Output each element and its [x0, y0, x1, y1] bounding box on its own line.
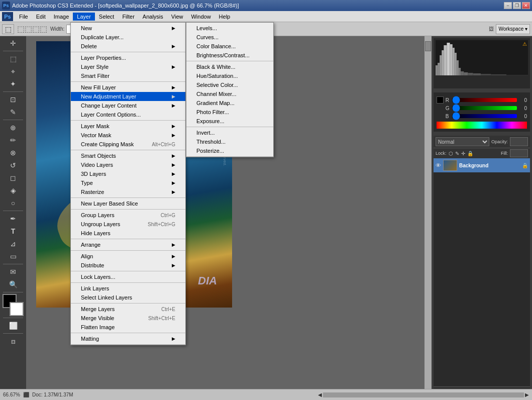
menu-edit[interactable]: Edit [32, 13, 50, 21]
menu-select[interactable]: Select [95, 13, 119, 21]
layer-menu-merge-visible[interactable]: Merge VisibleShift+Ctrl+E [71, 314, 185, 323]
layer-menu-style[interactable]: Layer Style▶ [71, 62, 185, 71]
menu-file[interactable]: File [15, 13, 32, 21]
eraser-tool[interactable]: ◻ [2, 172, 25, 184]
brush-tool[interactable]: ✏ [2, 134, 25, 146]
layer-visibility-icon[interactable]: 👁 [436, 162, 441, 168]
zoom-tool[interactable]: 🔍 [2, 278, 25, 290]
layer-menu-merge-layers[interactable]: Merge LayersCtrl+E [71, 305, 185, 314]
move-tool[interactable]: ✛ [2, 37, 25, 49]
adj-curves[interactable]: Curves... [186, 33, 273, 42]
layer-menu-properties[interactable]: Layer Properties... [71, 53, 185, 62]
adj-posterize[interactable]: Posterize... [186, 146, 273, 155]
histogram-warning-icon[interactable]: ⚠ [522, 41, 527, 47]
layer-menu-change-content[interactable]: Change Layer Content▶ [71, 101, 185, 110]
lock-transparent-icon[interactable]: ⬡ [449, 151, 453, 156]
lock-all-icon[interactable]: 🔒 [467, 151, 473, 156]
crop-tool[interactable]: ⊡ [2, 93, 25, 106]
layer-menu-ungroup[interactable]: Ungroup LayersShift+Ctrl+G [71, 220, 185, 229]
workspace-button[interactable]: Workspace ▾ [496, 24, 530, 34]
layer-menu-hide[interactable]: Hide Layers [71, 229, 185, 238]
adj-photo-filter[interactable]: Photo Filter... [186, 108, 273, 117]
layer-menu-smart-filter[interactable]: Smart Filter [71, 71, 185, 80]
opacity-input[interactable]: 100% [510, 137, 528, 146]
adj-gradient-map[interactable]: Gradient Map... [186, 98, 273, 108]
menu-view[interactable]: View [167, 13, 187, 21]
adj-threshold[interactable]: Threshold... [186, 137, 273, 146]
layer-menu-fill-layer[interactable]: New Fill Layer▶ [71, 83, 185, 92]
screen-mode-button[interactable]: ⧈ [2, 335, 25, 347]
layer-menu-type[interactable]: Type▶ [71, 178, 185, 187]
layer-menu-content-options[interactable]: Layer Content Options... [71, 110, 185, 119]
layer-menu-delete[interactable]: Delete▶ [71, 42, 185, 51]
menu-window[interactable]: Window [187, 13, 215, 21]
menu-filter[interactable]: Filter [118, 13, 138, 21]
layer-menu-video-layers[interactable]: Video Layers▶ [71, 160, 185, 169]
close-button[interactable]: ✕ [522, 2, 530, 9]
marquee-tool-option[interactable]: ⬚ [2, 24, 14, 34]
restore-button[interactable]: ❐ [513, 2, 521, 9]
color-selector[interactable] [2, 294, 25, 316]
adj-levels[interactable]: Levels... [186, 24, 273, 33]
path-tool[interactable]: ⊿ [2, 238, 25, 250]
scroll-right-icon[interactable]: ▶ [525, 392, 529, 397]
background-layer-row[interactable]: 👁 Background 🔒 [434, 158, 530, 172]
adj-brightness[interactable]: Brightness/Contrast... [186, 51, 273, 60]
status-scrollbar[interactable] [323, 392, 524, 397]
blend-mode-select[interactable]: Normal [436, 137, 489, 146]
layer-menu-slice[interactable]: New Layer Based Slice [71, 199, 185, 208]
dodge-tool[interactable]: ○ [2, 197, 25, 209]
lock-paint-icon[interactable]: ✎ [455, 151, 459, 156]
layer-menu-layer-mask[interactable]: Layer Mask▶ [71, 122, 185, 131]
layer-menu-select-linked[interactable]: Select Linked Layers [71, 293, 185, 302]
background-color[interactable] [10, 302, 24, 316]
pen-tool[interactable]: ✒ [2, 213, 25, 225]
lock-move-icon[interactable]: ✛ [461, 151, 465, 156]
b-slider[interactable] [452, 114, 517, 118]
color-swatch[interactable] [437, 96, 444, 104]
menu-help[interactable]: Help [215, 13, 235, 21]
magic-wand-tool[interactable]: ✦ [2, 78, 25, 90]
layer-menu-duplicate[interactable]: Duplicate Layer... [71, 33, 185, 42]
layer-menu-arrange[interactable]: Arrange▶ [71, 240, 185, 249]
menu-analysis[interactable]: Analysis [139, 13, 167, 21]
gradient-tool[interactable]: ◈ [2, 184, 25, 196]
layer-menu-flatten[interactable]: Flatten Image [71, 323, 185, 332]
layer-menu-align[interactable]: Align▶ [71, 252, 185, 261]
layer-menu-matting[interactable]: Matting▶ [71, 334, 185, 343]
shape-tool[interactable]: ▭ [2, 250, 25, 262]
layer-menu-group[interactable]: Group LayersCtrl+G [71, 211, 185, 220]
stamp-tool[interactable]: ⊗ [2, 147, 25, 159]
adj-channel-mixer[interactable]: Channel Mixer... [186, 89, 273, 98]
layer-menu-clipping-mask[interactable]: Create Clipping MaskAlt+Ctrl+G [71, 140, 185, 149]
marquee-tool[interactable]: ⬚ [2, 53, 25, 65]
vertical-scrollbar[interactable] [424, 36, 432, 400]
layer-menu-vector-mask[interactable]: Vector Mask▶ [71, 131, 185, 140]
quick-mask-button[interactable]: ⬜ [2, 320, 25, 332]
adj-color-balance[interactable]: Color Balance... [186, 42, 273, 51]
layer-menu-3d-layers[interactable]: 3D Layers▶ [71, 169, 185, 178]
adj-hue-saturation[interactable]: Hue/Saturation... [186, 71, 273, 80]
history-tool[interactable]: ↺ [2, 159, 25, 171]
scroll-left-icon[interactable]: ◀ [318, 392, 322, 397]
layer-menu-distribute[interactable]: Distribute▶ [71, 261, 185, 270]
adj-black-white[interactable]: Black & White... [186, 62, 273, 71]
lasso-tool[interactable]: ⌖ [2, 65, 25, 77]
eyedropper-tool[interactable]: ✎ [2, 106, 25, 118]
adj-exposure[interactable]: Exposure... [186, 117, 273, 126]
menu-layer[interactable]: Layer [73, 13, 95, 21]
minimize-button[interactable]: − [504, 2, 512, 9]
notes-tool[interactable]: ✉ [2, 266, 25, 278]
r-slider[interactable] [452, 98, 517, 102]
healing-tool[interactable]: ⊕ [2, 122, 25, 134]
layer-menu-link[interactable]: Link Layers [71, 284, 185, 293]
layer-menu-rasterize[interactable]: Rasterize▶ [71, 187, 185, 196]
layer-menu-new[interactable]: New▶ [71, 24, 185, 33]
layer-menu-smart-objects[interactable]: Smart Objects▶ [71, 151, 185, 160]
adj-selective-color[interactable]: Selective Color... [186, 80, 273, 89]
g-slider[interactable] [452, 106, 517, 110]
menu-image[interactable]: Image [50, 13, 73, 21]
layer-menu-adjustment-layer[interactable]: New Adjustment Layer▶ [71, 92, 185, 101]
adj-invert[interactable]: Invert... [186, 128, 273, 137]
text-tool[interactable]: T [2, 225, 25, 237]
